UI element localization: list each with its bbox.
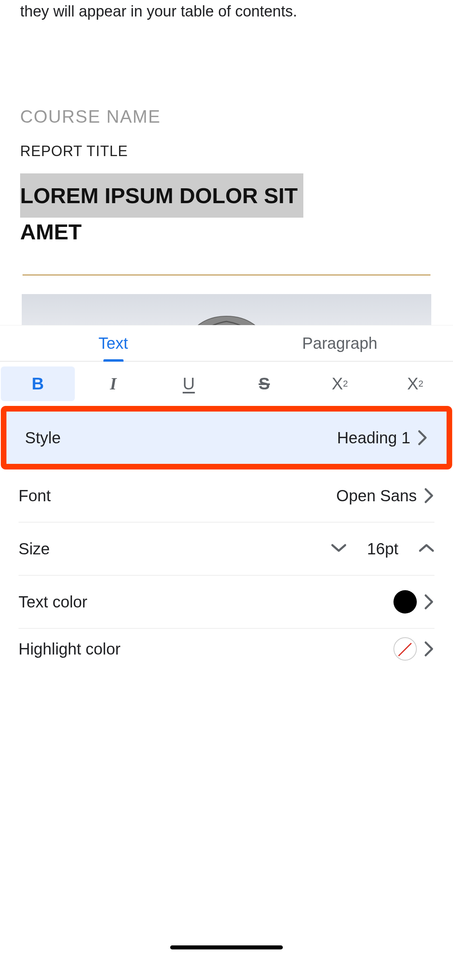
size-increase-button[interactable] <box>418 543 434 555</box>
document-area: they will appear in your table of conten… <box>0 0 453 374</box>
italic-button[interactable]: I <box>76 366 150 401</box>
home-indicator[interactable] <box>170 945 283 949</box>
heading-selection[interactable]: LOREM IPSUM DOLOR SIT AMET <box>20 160 433 244</box>
subscript-button[interactable]: X2 <box>378 366 452 401</box>
style-row-highlight: Style Heading 1 <box>1 406 452 469</box>
chevron-up-icon <box>418 543 434 553</box>
text-color-swatch <box>393 590 417 614</box>
text-color-label: Text color <box>19 593 87 611</box>
no-highlight-swatch <box>393 637 417 661</box>
underline-button[interactable]: U <box>152 366 226 401</box>
highlight-color-label: Highlight color <box>19 640 120 658</box>
style-value: Heading 1 <box>337 429 410 447</box>
font-value: Open Sans <box>336 487 417 505</box>
course-name[interactable]: COURSE NAME <box>20 107 433 127</box>
size-value: 16pt <box>367 540 398 558</box>
tab-paragraph[interactable]: Paragraph <box>226 325 453 361</box>
size-option-row: Size 16pt <box>0 523 453 575</box>
strikethrough-button[interactable]: S <box>227 366 301 401</box>
format-panel: Text Paragraph B I U S X2 X2 Style Headi… <box>0 325 453 980</box>
font-label: Font <box>19 487 51 505</box>
size-decrease-button[interactable] <box>331 543 347 555</box>
heading-line2[interactable]: AMET <box>20 219 433 244</box>
heading-line1-selected[interactable]: LOREM IPSUM DOLOR SIT <box>20 173 303 218</box>
style-option-row[interactable]: Style Heading 1 <box>6 412 447 464</box>
chevron-right-icon <box>424 488 434 504</box>
superscript-button[interactable]: X2 <box>303 366 377 401</box>
instruction-text: they will appear in your table of conten… <box>20 0 433 22</box>
chevron-right-icon <box>424 594 434 610</box>
format-buttons-row: B I U S X2 X2 <box>0 362 453 406</box>
chevron-right-icon <box>424 641 434 657</box>
bold-button[interactable]: B <box>1 366 75 401</box>
font-option-row[interactable]: Font Open Sans <box>0 469 453 522</box>
chevron-right-icon <box>418 430 428 446</box>
report-title[interactable]: REPORT TITLE <box>20 143 433 160</box>
tab-text[interactable]: Text <box>0 325 226 361</box>
size-label: Size <box>19 540 50 558</box>
chevron-down-icon <box>331 543 347 553</box>
style-label: Style <box>25 429 61 447</box>
text-color-option-row[interactable]: Text color <box>0 576 453 628</box>
panel-tabs: Text Paragraph <box>0 325 453 362</box>
highlight-color-option-row[interactable]: Highlight color <box>0 629 453 669</box>
divider-line <box>23 274 430 276</box>
